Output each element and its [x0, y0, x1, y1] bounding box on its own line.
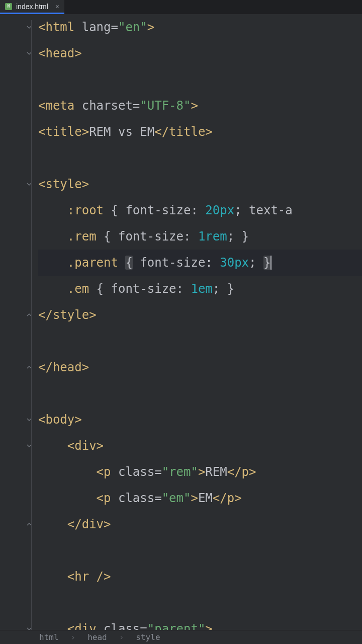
- code-line[interactable]: </head>: [38, 354, 362, 380]
- code-line[interactable]: [38, 66, 362, 93]
- tab-filename: index.html: [16, 3, 48, 11]
- code-line[interactable]: [38, 590, 362, 616]
- close-icon[interactable]: ×: [55, 3, 59, 11]
- fold-toggle-icon[interactable]: [25, 363, 33, 371]
- breadcrumb-item[interactable]: style: [136, 632, 160, 642]
- fold-toggle-icon[interactable]: [25, 311, 33, 319]
- breadcrumb-bar: html › head › style: [0, 630, 362, 644]
- code-line[interactable]: </style>: [38, 302, 362, 328]
- fold-toggle-icon[interactable]: [25, 180, 33, 188]
- code-line[interactable]: <p class="em">EM</p>: [38, 485, 362, 511]
- fold-toggle-icon[interactable]: [25, 23, 33, 31]
- fold-toggle-icon[interactable]: [25, 625, 33, 630]
- breadcrumb-item[interactable]: head: [87, 632, 107, 642]
- code-line[interactable]: <body>: [38, 407, 362, 433]
- code-line[interactable]: .em { font-size: 1em; }: [38, 276, 362, 302]
- code-line[interactable]: .rem { font-size: 1rem; }: [38, 223, 362, 250]
- code-line[interactable]: <div>: [38, 433, 362, 459]
- fold-toggle-icon[interactable]: [25, 49, 33, 57]
- code-line[interactable]: <meta charset="UTF-8">: [38, 93, 362, 119]
- fold-toggle-icon[interactable]: [25, 416, 33, 424]
- code-line[interactable]: <div class="parent">: [38, 616, 362, 630]
- chevron-right-icon: ›: [71, 632, 76, 642]
- code-editor[interactable]: <html lang="en"><head><meta charset="UTF…: [0, 14, 362, 630]
- code-line[interactable]: [38, 328, 362, 354]
- code-line[interactable]: <style>: [38, 171, 362, 197]
- code-line[interactable]: <head>: [38, 40, 362, 66]
- code-line[interactable]: </div>: [38, 511, 362, 537]
- code-line[interactable]: <html lang="en">: [38, 14, 362, 40]
- code-line[interactable]: :root { font-size: 20px; text-a: [38, 197, 362, 223]
- tab-bar: H index.html ×: [0, 0, 362, 14]
- html-file-icon: H: [5, 3, 12, 10]
- code-line[interactable]: <title>REM vs EM</title>: [38, 119, 362, 145]
- code-content[interactable]: <html lang="en"><head><meta charset="UTF…: [38, 14, 362, 630]
- gutter: [0, 14, 38, 630]
- chevron-right-icon: ›: [119, 632, 124, 642]
- fold-toggle-icon[interactable]: [25, 442, 33, 450]
- file-tab[interactable]: H index.html ×: [0, 0, 64, 14]
- code-line[interactable]: .parent { font-size: 30px; }: [38, 250, 362, 276]
- code-line[interactable]: <hr />: [38, 564, 362, 590]
- code-line[interactable]: [38, 537, 362, 564]
- fold-toggle-icon[interactable]: [25, 520, 33, 528]
- code-line[interactable]: <p class="rem">REM</p>: [38, 459, 362, 485]
- code-line[interactable]: [38, 380, 362, 407]
- breadcrumb-item[interactable]: html: [39, 632, 59, 642]
- code-line[interactable]: [38, 145, 362, 171]
